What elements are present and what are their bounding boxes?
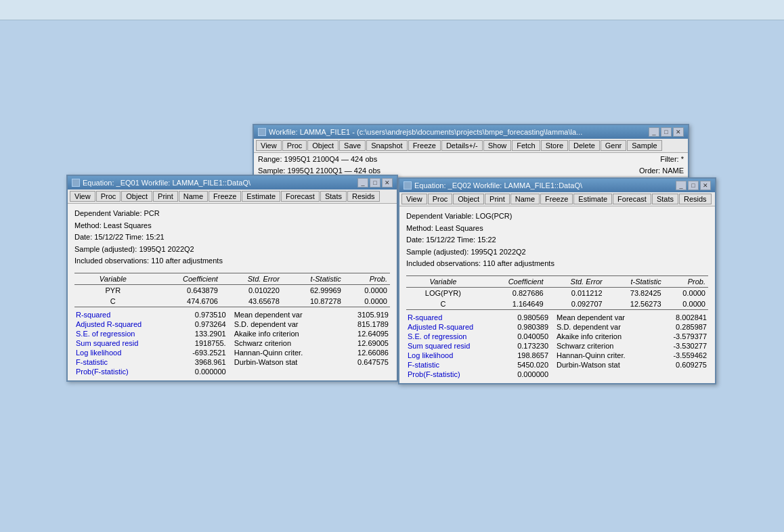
eq1-estimate-btn[interactable]: Estimate <box>242 191 280 202</box>
eq2-maximize-button[interactable]: □ <box>688 181 699 190</box>
eq2-stat-label2-4: Hannan-Quinn criter. <box>551 351 651 360</box>
eq1-stat-label-1: Adjusted R-squared <box>74 319 167 329</box>
eq1-print-btn[interactable]: Print <box>153 191 178 202</box>
minimize-button[interactable]: _ <box>649 127 659 137</box>
eq2-method: Method: Least Squares <box>406 223 708 235</box>
workfile-range-info: Range: 1995Q1 2100Q4 — 424 obs Filter: * <box>254 153 688 165</box>
eq2-row2-coeff: 1.164649 <box>480 298 546 310</box>
eq2-col-coeff: Coefficient <box>480 275 546 287</box>
eq2-resids-btn[interactable]: Resids <box>679 194 712 204</box>
eq2-minimize-button[interactable]: _ <box>676 181 687 190</box>
eq1-view-btn[interactable]: View <box>70 191 95 202</box>
eq1-stat-label-2: S.E. of regression <box>74 329 167 338</box>
eq2-stat-val2-2: -3.579377 <box>652 332 708 341</box>
workfile-save-btn[interactable]: Save <box>339 140 366 151</box>
eq2-stat-val2-6 <box>652 370 708 379</box>
eq2-row1-var: LOG(PYR) <box>406 287 480 298</box>
maximize-button[interactable]: □ <box>661 127 672 137</box>
eq1-resids-btn[interactable]: Resids <box>347 191 380 202</box>
eq1-proc-btn[interactable]: Proc <box>96 191 121 202</box>
eq2-depvar: Dependent Variable: LOG(PCR) <box>406 210 708 223</box>
workfile-show-btn[interactable]: Show <box>483 140 512 151</box>
eq2-name-btn[interactable]: Name <box>510 194 540 204</box>
eq2-obs: Included observations: 110 after adjustm… <box>406 258 708 270</box>
eq1-col-prob: Prob. <box>344 273 390 284</box>
eq1-col-stderr: Std. Error <box>221 273 282 284</box>
eq2-stats-btn[interactable]: Stats <box>652 194 678 204</box>
eq1-meta: Dependent Variable: PCR Method: Least Sq… <box>74 208 390 267</box>
eq2-stat-label-2: S.E. of regression <box>406 332 495 341</box>
eq1-row2-coeff: 474.6706 <box>152 296 221 307</box>
eq2-stat-val-0: 0.980569 <box>496 313 550 322</box>
eq1-stat-val2-0: 3105.919 <box>333 310 390 319</box>
eq1-object-btn[interactable]: Object <box>121 191 152 202</box>
workfile-object-btn[interactable]: Object <box>307 140 339 151</box>
workfile-snapshot-btn[interactable]: Snapshot <box>366 140 407 151</box>
range-label: Range: <box>258 155 282 163</box>
workfile-freeze-btn[interactable]: Freeze <box>408 140 441 151</box>
eq1-stat-val-3: 1918755. <box>168 338 227 348</box>
eq1-content: Dependent Variable: PCR Method: Least Sq… <box>68 204 397 380</box>
order-label: Order: NAME <box>639 167 684 175</box>
eq1-row2-stderr: 43.65678 <box>221 296 282 307</box>
eq1-close-button[interactable]: ✕ <box>382 178 393 187</box>
equation2-window: Equation: _EQ02 Workfile: LAMMA_FILE1::D… <box>398 177 716 384</box>
workfile-view-btn[interactable]: View <box>256 140 282 151</box>
workfile-sample-btn[interactable]: Sample <box>627 140 661 151</box>
eq2-print-btn[interactable]: Print <box>485 194 510 204</box>
workfile-fetch-btn[interactable]: Fetch <box>512 140 540 151</box>
eq1-name-btn[interactable]: Name <box>179 191 208 202</box>
eq1-obs: Included observations: 110 after adjustm… <box>74 255 390 267</box>
sample-value: Sample: 1995Q1 2100Q1 — 424 obs <box>258 167 380 175</box>
eq1-table: Variable Coefficient Std. Error t-Statis… <box>74 273 390 307</box>
workfile-genr-btn[interactable]: Genr <box>601 140 626 151</box>
workfile-proc-btn[interactable]: Proc <box>282 140 307 151</box>
eq2-stat-val2-3: -3.530277 <box>652 341 708 351</box>
eq2-close-button[interactable]: ✕ <box>700 181 711 190</box>
close-button[interactable]: ✕ <box>673 127 684 137</box>
eq2-titlebar: Equation: _EQ02 Workfile: LAMMA_FILE1::D… <box>399 179 715 192</box>
eq2-forecast-btn[interactable]: Forecast <box>613 194 651 204</box>
eq2-stat-label2-6 <box>551 370 651 379</box>
eq2-meta: Dependent Variable: LOG(PCR) Method: Lea… <box>406 210 708 270</box>
eq1-stat-val2-1: 815.1789 <box>333 319 390 329</box>
eq2-stat-label2-2: Akaike info criterion <box>551 332 651 341</box>
eq1-stat-label2-2: Akaike info criterion <box>229 329 332 338</box>
eq1-stat-val-0: 0.973510 <box>168 310 227 319</box>
eq1-col-variable: Variable <box>74 273 152 284</box>
eq2-freeze-btn[interactable]: Freeze <box>540 194 573 204</box>
eq1-minimize-button[interactable]: _ <box>357 178 368 187</box>
eq1-stat-val2-4: 12.66086 <box>333 348 390 357</box>
eq2-table: Variable Coefficient Std. Error t-Statis… <box>406 275 708 310</box>
eq2-estimate-btn[interactable]: Estimate <box>573 194 612 204</box>
workfile-title: Workfile: LAMMA_FILE1 - (c:\users\andrej… <box>269 128 582 136</box>
eq1-forecast-btn[interactable]: Forecast <box>281 191 320 202</box>
filter-label: Filter: * <box>660 155 684 163</box>
eq1-stat-label-6: Prob(F-statistic) <box>74 367 167 376</box>
eq2-proc-btn[interactable]: Proc <box>428 194 453 204</box>
eq1-stat-label2-0: Mean dependent var <box>229 310 332 319</box>
eq1-row1-var: PYR <box>74 284 152 296</box>
eq2-row1-prob: 0.0000 <box>664 287 708 298</box>
eq2-content: Dependent Variable: LOG(PCR) Method: Lea… <box>399 206 715 383</box>
eq1-stat-val-4: -693.2521 <box>168 348 227 357</box>
eq2-row2-var: C <box>406 298 480 310</box>
eq1-col-coeff: Coefficient <box>152 273 221 284</box>
workfile-details-btn[interactable]: Details+/- <box>441 140 483 151</box>
eq1-freeze-btn[interactable]: Freeze <box>209 191 241 202</box>
eq2-row2-stderr: 0.092707 <box>546 298 605 310</box>
workfile-delete-btn[interactable]: Delete <box>569 140 600 151</box>
eq2-view-btn[interactable]: View <box>401 194 427 204</box>
eq1-stat-val-2: 133.2901 <box>168 329 227 338</box>
eq1-sample: Sample (adjusted): 1995Q1 2022Q2 <box>74 244 390 256</box>
eq2-sample: Sample (adjusted): 1995Q1 2022Q2 <box>406 246 708 259</box>
eq1-stats-btn[interactable]: Stats <box>320 191 347 202</box>
eq1-maximize-button[interactable]: □ <box>370 178 380 187</box>
eq1-title: Equation: _EQ01 Workfile: LAMMA_FILE1::D… <box>83 179 251 187</box>
eq1-row1-coeff: 0.643879 <box>152 284 221 296</box>
eq2-object-btn[interactable]: Object <box>453 194 484 204</box>
workfile-store-btn[interactable]: Store <box>541 140 568 151</box>
table-row: LOG(PYR) 0.827686 0.011212 73.82425 0.00… <box>406 287 708 298</box>
eq1-stat-val2-6 <box>333 367 390 376</box>
eq2-stat-label2-1: S.D. dependent var <box>551 322 651 332</box>
